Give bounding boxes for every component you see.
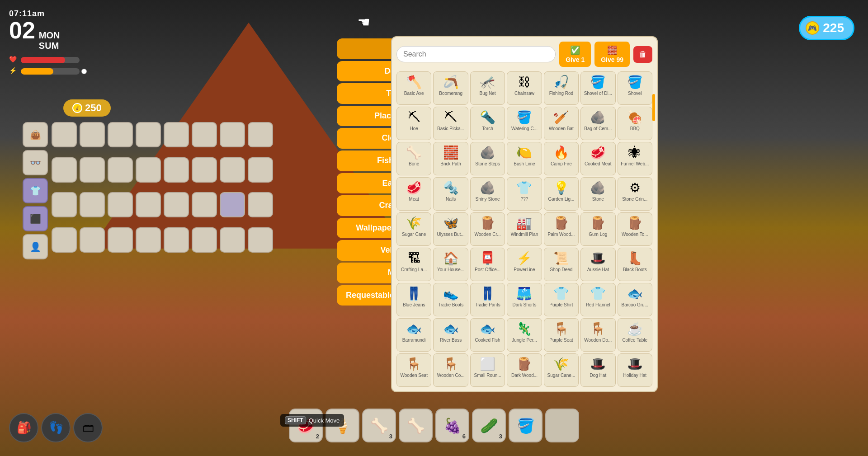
hotbar-slot-8[interactable] (545, 409, 579, 442)
inv-slot-20[interactable] (136, 192, 161, 217)
sidebar-slot-4[interactable]: ⬛ (23, 206, 48, 231)
item-cell[interactable]: 🪑 Wooden Seat (396, 353, 431, 387)
inv-slot-32[interactable] (248, 227, 273, 253)
inv-slot-30[interactable] (192, 227, 217, 253)
item-cell[interactable]: 🍋 Bush Lime (507, 142, 542, 175)
item-cell[interactable]: 🪓 Basic Axe (396, 71, 431, 105)
item-cell[interactable]: 🪣 Watering C... (507, 107, 542, 140)
item-cell[interactable]: 🪵 Palm Wood... (544, 212, 579, 246)
item-cell[interactable]: 🕷 Funnel Web... (618, 142, 652, 175)
item-cell[interactable]: 🎩 Aussie Hat (580, 248, 615, 281)
item-cell[interactable]: ⬜ Small Roun... (470, 353, 505, 387)
item-cell[interactable]: 🏏 Wooden Bat (544, 107, 579, 140)
item-cell[interactable]: 🪵 Wooden Cr... (470, 212, 505, 246)
hotbar-slot-6[interactable]: 🥒3 (472, 409, 506, 442)
hotbar-slot-3[interactable]: 🦴3 (362, 409, 396, 442)
item-cell[interactable]: 👖 Blue Jeans (396, 283, 431, 316)
delete-button[interactable]: 🗑 (633, 46, 652, 63)
item-cell[interactable]: ⚙ Stone Grin... (618, 177, 652, 211)
item-cell[interactable]: 🐟 Barramundi (396, 318, 431, 352)
inv-slot-16[interactable] (248, 157, 273, 183)
item-cell[interactable]: 🎩 Holiday Hat (618, 353, 652, 387)
item-cell[interactable]: 🦋 Ulysses But... (433, 212, 468, 246)
item-cell[interactable]: 🎣 Fishing Rod (544, 71, 579, 105)
inv-slot-14[interactable] (192, 157, 217, 183)
item-cell[interactable]: 🪣 Shovel of Di... (580, 71, 615, 105)
item-cell[interactable]: 👢 Black Boots (618, 248, 652, 281)
item-cell[interactable]: 🪨 Stone (580, 177, 615, 211)
inv-slot-26[interactable] (80, 227, 105, 253)
inv-slot-18[interactable] (80, 192, 105, 217)
sidebar-slot-3[interactable]: 👕 (23, 178, 48, 203)
hotbar-slot-7[interactable]: 🪣 (509, 409, 542, 442)
inv-slot-31[interactable] (220, 227, 245, 253)
item-cell[interactable]: 🪣 Shovel (618, 71, 652, 105)
sidebar-slot-1[interactable]: 👜 (23, 122, 48, 147)
inv-slot-22[interactable] (192, 192, 217, 217)
item-cell[interactable]: 👕 Purple Shirt (544, 283, 579, 316)
item-cell[interactable]: 🩳 Dark Shorts (507, 283, 542, 316)
hotbar-slot-4[interactable]: 🦴 (399, 409, 433, 442)
inv-slot-19[interactable] (108, 192, 133, 217)
item-cell[interactable]: 🥩 Meat (396, 177, 431, 211)
item-cell[interactable]: 🥩 Cooked Meat (580, 142, 615, 175)
item-cell[interactable]: 🌾 Sugar Cane... (544, 353, 579, 387)
item-cell[interactable]: 🧱 Brick Path (433, 142, 468, 175)
chest-icon[interactable]: 🗃 (73, 413, 103, 442)
item-cell[interactable]: 📜 Shop Deed (544, 248, 579, 281)
inv-slot-27[interactable] (108, 227, 133, 253)
bag-icon[interactable]: 🎒 (9, 413, 38, 442)
inv-slot-12[interactable] (136, 157, 161, 183)
item-cell[interactable]: 🪑 Wooden Do... (580, 318, 615, 352)
item-cell[interactable]: 🎩 Dog Hat (580, 353, 615, 387)
item-cell[interactable]: 👟 Tradie Boots (433, 283, 468, 316)
item-cell[interactable]: ⚡ PowerLine (507, 248, 542, 281)
inv-slot-28[interactable] (136, 227, 161, 253)
inv-slot-1[interactable] (52, 122, 77, 147)
inv-slot-4[interactable] (136, 122, 161, 147)
sidebar-slot-5[interactable]: 👤 (23, 234, 48, 259)
inv-slot-6[interactable] (192, 122, 217, 147)
inv-slot-5[interactable] (164, 122, 189, 147)
inv-slot-24[interactable] (248, 192, 273, 217)
item-cell[interactable]: 🪨 Stone Steps (470, 142, 505, 175)
item-cell[interactable]: ⛓ Chainsaw (507, 71, 542, 105)
item-cell[interactable]: 👖 Tradie Pants (470, 283, 505, 316)
footprint-icon[interactable]: 👣 (41, 413, 71, 442)
inv-slot-17[interactable] (52, 192, 77, 217)
item-cell[interactable]: 🪨 Shiny Stone (470, 177, 505, 211)
inv-slot-8[interactable] (248, 122, 273, 147)
item-cell[interactable]: 🦴 Bone (396, 142, 431, 175)
inv-slot-23[interactable] (220, 192, 245, 217)
item-cell[interactable]: 🪵 Wooden To... (618, 212, 652, 246)
inv-slot-3[interactable] (108, 122, 133, 147)
item-cell[interactable]: 🏭 Windmill Plan (507, 212, 542, 246)
item-cell[interactable]: 🔩 Nails (433, 177, 468, 211)
inv-slot-13[interactable] (164, 157, 189, 183)
item-cell[interactable]: 🐟 Barcoo Gru... (618, 283, 652, 316)
item-cell[interactable]: 🏠 Your House... (433, 248, 468, 281)
inv-slot-7[interactable] (220, 122, 245, 147)
inv-slot-29[interactable] (164, 227, 189, 253)
item-cell[interactable]: 🔦 Torch (470, 107, 505, 140)
item-cell[interactable]: 🐟 River Bass (433, 318, 468, 352)
scroll-indicator[interactable] (652, 94, 655, 121)
item-cell[interactable]: 🦟 Bug Net (470, 71, 505, 105)
item-cell[interactable]: 🪵 Gum Log (580, 212, 615, 246)
item-cell[interactable]: 🍖 BBQ (618, 107, 652, 140)
inv-slot-15[interactable] (220, 157, 245, 183)
item-cell[interactable]: 🪑 Wooden Co... (433, 353, 468, 387)
item-cell[interactable]: 🪵 Dark Wood... (507, 353, 542, 387)
hotbar-slot-5[interactable]: 🍇6 (435, 409, 469, 442)
inv-slot-21[interactable] (164, 192, 189, 217)
inv-slot-11[interactable] (108, 157, 133, 183)
item-cell[interactable]: 🪑 Purple Seat (544, 318, 579, 352)
search-input[interactable] (396, 46, 556, 62)
item-cell[interactable]: 🌾 Sugar Cane (396, 212, 431, 246)
inv-slot-25[interactable] (52, 227, 77, 253)
item-cell[interactable]: 🔥 Camp Fire (544, 142, 579, 175)
item-cell[interactable]: ⛏ Basic Picka... (433, 107, 468, 140)
item-cell[interactable]: 🦎 Jungle Per... (507, 318, 542, 352)
item-cell[interactable]: 🪨 Bag of Cem... (580, 107, 615, 140)
inv-slot-2[interactable] (80, 122, 105, 147)
